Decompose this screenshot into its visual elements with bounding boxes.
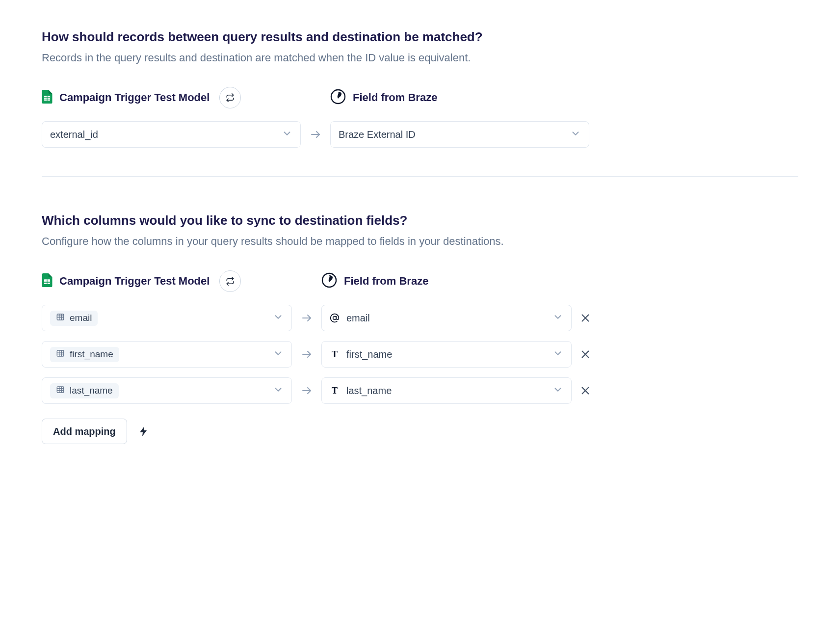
chevron-down-icon — [273, 384, 284, 397]
match-source-value: external_id — [50, 129, 282, 140]
mapping-dest-value: email — [346, 313, 370, 324]
match-header-row: Campaign Trigger Test Model Field from B… — [42, 87, 798, 108]
section-divider — [42, 176, 798, 177]
swap-button[interactable] — [219, 87, 241, 108]
mapping-source-pill: first_name — [50, 347, 273, 362]
mapping-dest-select[interactable]: Tlast_name — [321, 377, 572, 404]
braze-icon — [330, 89, 346, 106]
mapping-source-pill: email — [50, 311, 273, 326]
sync-section-description: Configure how the columns in your query … — [42, 235, 798, 248]
mapping-dest-value-wrap: Tlast_name — [330, 385, 552, 397]
mapping-dest-value-wrap: Tfirst_name — [330, 349, 552, 360]
mapping-source-value: email — [70, 313, 92, 323]
svg-rect-14 — [57, 350, 64, 356]
mapping-dest-select[interactable]: email — [321, 305, 572, 331]
match-mapping-row: external_id Braze External ID — [42, 121, 798, 148]
mapping-source-value: first_name — [70, 349, 113, 360]
match-source-select[interactable]: external_id — [42, 121, 301, 148]
svg-rect-22 — [57, 387, 64, 393]
column-icon — [56, 313, 65, 324]
match-section-description: Records in the query results and destina… — [42, 52, 798, 64]
bolt-icon[interactable] — [138, 425, 150, 437]
chevron-down-icon — [570, 128, 581, 141]
sync-source-label: Campaign Trigger Test Model — [59, 275, 210, 288]
text-icon: T — [330, 349, 340, 359]
match-dest-value: Braze External ID — [339, 129, 570, 140]
sync-header-row: Campaign Trigger Test Model Field from B… — [42, 270, 798, 292]
arrow-icon — [292, 312, 321, 324]
chevron-down-icon — [552, 384, 563, 397]
mapping-source-pill: last_name — [50, 383, 273, 398]
google-sheets-icon — [42, 90, 52, 106]
svg-rect-5 — [57, 314, 64, 320]
sync-dest-label: Field from Braze — [344, 275, 428, 288]
mapping-source-select[interactable]: last_name — [42, 377, 292, 404]
mapping-dest-value: first_name — [346, 349, 392, 360]
chevron-down-icon — [273, 312, 284, 324]
remove-mapping-button[interactable] — [572, 385, 599, 396]
remove-mapping-button[interactable] — [572, 313, 599, 323]
match-source-label: Campaign Trigger Test Model — [59, 91, 210, 104]
google-sheets-icon — [42, 273, 52, 289]
chevron-down-icon — [282, 128, 292, 141]
mapping-row: last_nameTlast_name — [42, 377, 798, 404]
text-icon: T — [330, 386, 340, 396]
sync-section: Which columns would you like to sync to … — [42, 213, 798, 444]
swap-button[interactable] — [219, 270, 241, 292]
sync-source-header: Campaign Trigger Test Model — [42, 270, 321, 292]
svg-point-11 — [333, 317, 337, 320]
mapping-row: first_nameTfirst_name — [42, 341, 798, 368]
add-mapping-button[interactable]: Add mapping — [42, 419, 127, 444]
chevron-down-icon — [273, 348, 284, 361]
match-source-header: Campaign Trigger Test Model — [42, 87, 330, 108]
arrow-icon — [301, 129, 330, 140]
column-icon — [56, 385, 65, 397]
chevron-down-icon — [552, 348, 563, 361]
actions-row: Add mapping — [42, 419, 798, 444]
match-section: How should records between query results… — [42, 29, 798, 148]
chevron-down-icon — [552, 312, 563, 324]
mapping-row: emailemail — [42, 305, 798, 331]
sync-section-title: Which columns would you like to sync to … — [42, 213, 798, 228]
sync-dest-header: Field from Braze — [321, 272, 428, 290]
mapping-source-value: last_name — [70, 385, 113, 396]
mappings-container: emailemailfirst_nameTfirst_namelast_name… — [42, 305, 798, 404]
match-dest-label: Field from Braze — [353, 91, 437, 104]
match-dest-header: Field from Braze — [330, 89, 437, 106]
mapping-dest-value: last_name — [346, 385, 392, 397]
arrow-icon — [292, 348, 321, 360]
column-icon — [56, 349, 65, 360]
mapping-source-select[interactable]: email — [42, 305, 292, 331]
match-section-title: How should records between query results… — [42, 29, 798, 45]
arrow-icon — [292, 385, 321, 397]
match-dest-select[interactable]: Braze External ID — [330, 121, 589, 148]
mapping-source-select[interactable]: first_name — [42, 341, 292, 368]
at-icon — [330, 313, 340, 323]
mapping-dest-select[interactable]: Tfirst_name — [321, 341, 572, 368]
remove-mapping-button[interactable] — [572, 349, 599, 360]
mapping-dest-value-wrap: email — [330, 313, 552, 324]
braze-icon — [321, 272, 337, 290]
